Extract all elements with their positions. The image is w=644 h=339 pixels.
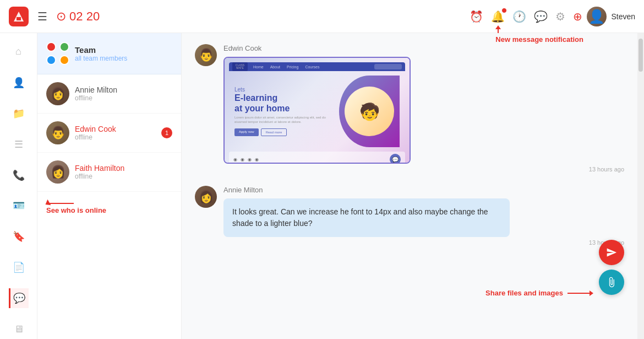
elearning-nav: Home About Pricing Courses [253,65,319,69]
faith-status: offline [75,173,172,180]
user-profile[interactable]: 👤 Steven [587,7,635,26]
header: ☰ ⊙ 02 20 ⏰ 🔔 🕐 💬 ⚙ ⊕ 👤 Steven [0,0,644,33]
annie-status: offline [75,94,172,102]
sidebar-folder-icon[interactable]: 📁 [9,104,29,123]
elearning-search-bar [374,64,402,69]
main-layout: ⌂ 👤 📁 ☰ 📞 🪪 🔖 📄 💬 🖥 Team all team member… [0,33,644,339]
edwin-info: Edwin Cook offline [75,125,156,141]
team-avatar [46,42,69,65]
menu-icon[interactable]: ☰ [37,10,47,23]
elearning-image-side: 🧒 [339,76,400,147]
edwin-avatar: 👨 [46,121,69,144]
clock-icon[interactable]: 🕐 [512,10,526,23]
edwin-badge: 1 [161,127,172,138]
annie-name: Annie Milton [75,85,172,94]
nav-courses: Courses [305,65,319,69]
notification-bell-icon[interactable]: 🔔 [491,10,505,23]
timer-display: ⊙ 02 20 [56,9,100,24]
sidebar-card-icon[interactable]: 🪪 [9,196,29,216]
message-edwin: 👨 Edwin Cook CLASS MATE [195,44,624,173]
sidebar-home-icon[interactable]: ⌂ [9,42,29,62]
readmore-btn[interactable]: Read more [261,128,287,136]
nav-pricing: Pricing [287,65,298,69]
contacts-panel: Team all team members 👩 Annie Milton off… [37,33,182,339]
apply-btn[interactable]: Apply now [234,128,259,136]
annie-msg-sender: Annie Milton [223,186,624,194]
sidebar-list-icon[interactable]: ☰ [9,134,29,154]
edwin-status: offline [75,133,156,141]
avatar: 👤 [587,7,607,26]
fab-container [599,240,624,295]
edwin-msg-content: Edwin Cook CLASS MATE Home [223,44,624,173]
elearning-image: CLASS MATE Home About Pricing Courses [225,58,410,163]
alarm-icon[interactable]: ⏰ [470,10,483,23]
elearning-chat-btn[interactable]: 💬 [390,154,401,164]
elearning-logo: CLASS MATE [232,62,248,71]
svg-rect-1 [17,17,21,20]
add-circle-icon[interactable]: ⊕ [573,10,582,23]
edwin-msg-time: 13 hours ago [223,166,624,173]
elearning-text: Lets E-learningat your home Lorem ipsum … [234,87,335,137]
team-group[interactable]: Team all team members [37,33,181,74]
message-annie: 👩 Annie Milton It looks great. Can we in… [195,186,624,246]
sidebar-bookmark-icon[interactable]: 🔖 [9,227,29,246]
elearning-title: E-learningat your home [234,93,335,114]
elearning-lets: Lets [234,87,335,93]
send-button[interactable] [599,240,624,265]
elearning-header-bar: CLASS MATE Home About Pricing Courses [229,62,405,71]
elearning-body: Lets E-learningat your home Lorem ipsum … [229,71,405,152]
nav-about: About [270,65,280,69]
see-online-label: See who is online [46,206,106,214]
contact-annie[interactable]: 👩 Annie Milton offline [37,74,181,114]
scrollbar[interactable] [637,33,644,339]
nav-home: Home [253,65,264,69]
message-icon[interactable]: 💬 [534,10,548,23]
annie-info: Annie Milton offline [75,85,172,102]
elearning-buttons: Apply now Read more [234,128,335,136]
elearning-child-img: 🧒 [345,87,394,136]
username-label: Steven [611,12,635,21]
scrollbar-thumb[interactable] [638,39,643,72]
sidebar-monitor-icon[interactable]: 🖥 [9,319,29,339]
faith-name: Faith Hamilton [75,164,172,173]
header-icons: ⏰ 🔔 🕐 💬 ⚙ ⊕ [470,10,582,23]
sidebar-document-icon[interactable]: 📄 [9,257,29,277]
contact-edwin[interactable]: 👨 Edwin Cook offline 1 [37,114,181,153]
annie-msg-text: It looks great. Can we increase he font … [232,206,501,229]
sidebar-user-icon[interactable]: 👤 [9,73,29,93]
sidebar-chat-icon[interactable]: 💬 [9,288,29,308]
sidebar-nav: ⌂ 👤 📁 ☰ 📞 🪪 🔖 📄 💬 🖥 [0,33,37,339]
annie-msg-avatar: 👩 [195,186,217,208]
logo [9,7,29,26]
online-annotation-area: See who is online [37,192,181,225]
contact-faith[interactable]: 👩 Faith Hamilton offline [37,153,181,192]
annie-avatar: 👩 [46,82,69,105]
elearning-image-card: CLASS MATE Home About Pricing Courses [223,57,411,164]
elearning-footer: ◉◉◉◉ 💬 [229,152,405,164]
annie-msg-time: 13 hours ago [223,239,624,246]
team-subtitle: all team members [75,55,172,62]
sidebar-phone-icon[interactable]: 📞 [9,165,29,185]
faith-info: Faith Hamilton offline [75,164,172,180]
annie-msg-bubble: It looks great. Can we increase he font … [223,198,510,237]
elearning-desc: Lorem ipsum dolor sit amet, consectetur … [234,116,335,125]
annie-msg-content: Annie Milton It looks great. Can we incr… [223,186,624,246]
faith-avatar: 👩 [46,160,69,184]
settings-icon[interactable]: ⚙ [555,10,565,23]
team-info: Team all team members [75,45,172,62]
chat-messages: 👨 Edwin Cook CLASS MATE [182,33,637,339]
chat-area: 👨 Edwin Cook CLASS MATE [182,33,637,339]
edwin-msg-sender: Edwin Cook [223,44,624,52]
team-name: Team [75,45,172,55]
edwin-name: Edwin Cook [75,125,156,133]
edwin-msg-avatar: 👨 [195,44,217,66]
attach-button[interactable] [599,270,624,295]
